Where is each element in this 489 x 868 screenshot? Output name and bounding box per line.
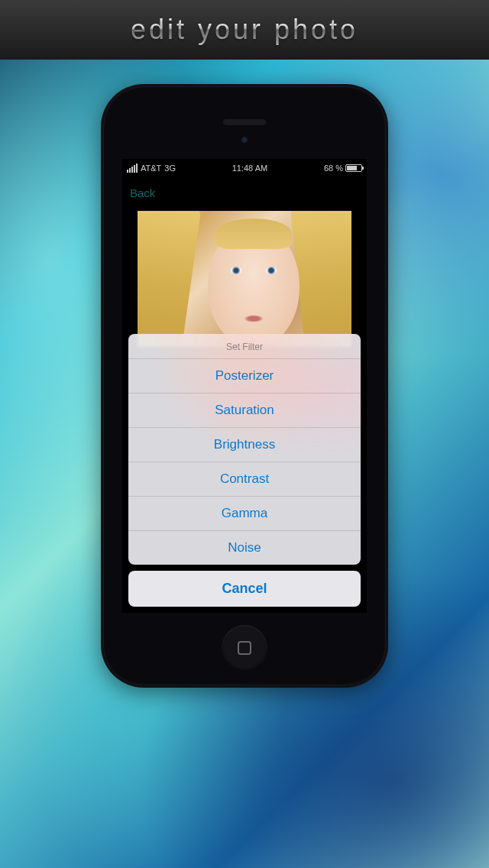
filter-sheet: Set Filter Posterizer Saturation Brightn… bbox=[128, 334, 361, 565]
cancel-button[interactable]: Cancel bbox=[128, 571, 361, 607]
photo-preview[interactable] bbox=[138, 211, 351, 347]
carrier-label: AT&T bbox=[141, 164, 161, 173]
status-left: AT&T 3G bbox=[127, 164, 176, 173]
network-label: 3G bbox=[164, 164, 176, 173]
phone-camera bbox=[241, 136, 248, 144]
action-sheet: Set Filter Posterizer Saturation Brightn… bbox=[128, 334, 361, 607]
battery-pct: 68 % bbox=[324, 164, 343, 173]
promo-title: edit your photo bbox=[131, 14, 358, 46]
filter-saturation[interactable]: Saturation bbox=[128, 394, 361, 428]
filter-gamma[interactable]: Gamma bbox=[128, 497, 361, 531]
filter-noise[interactable]: Noise bbox=[128, 531, 361, 565]
battery-icon bbox=[345, 164, 362, 172]
photo-hair bbox=[290, 211, 351, 347]
nav-bar: Back bbox=[122, 177, 367, 208]
home-icon bbox=[238, 641, 251, 655]
home-button[interactable] bbox=[222, 625, 267, 671]
filter-brightness[interactable]: Brightness bbox=[128, 428, 361, 462]
promo-header: edit your photo bbox=[0, 0, 489, 60]
phone-frame: AT&T 3G 11:48 AM 68 % Back Set Filter bbox=[101, 84, 388, 688]
photo-face bbox=[208, 225, 300, 347]
status-bar: AT&T 3G 11:48 AM 68 % bbox=[122, 159, 367, 177]
sheet-title: Set Filter bbox=[128, 334, 361, 359]
phone-screen: AT&T 3G 11:48 AM 68 % Back Set Filter bbox=[122, 159, 367, 613]
signal-icon bbox=[127, 164, 138, 173]
phone-speaker bbox=[222, 118, 267, 125]
photo-hair bbox=[138, 211, 201, 347]
status-battery: 68 % bbox=[324, 164, 362, 173]
filter-contrast[interactable]: Contrast bbox=[128, 462, 361, 497]
filter-posterizer[interactable]: Posterizer bbox=[128, 359, 361, 394]
status-time: 11:48 AM bbox=[232, 164, 267, 173]
back-button[interactable]: Back bbox=[130, 186, 155, 199]
